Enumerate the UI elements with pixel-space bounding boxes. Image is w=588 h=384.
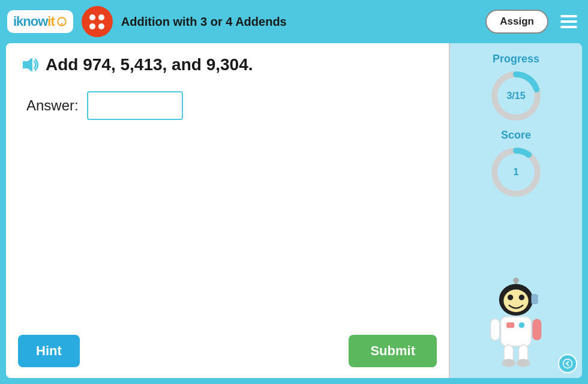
back-button[interactable] — [558, 354, 577, 373]
svg-rect-18 — [532, 319, 541, 341]
sound-icon[interactable] — [20, 55, 40, 74]
answer-input[interactable] — [87, 91, 183, 120]
svg-rect-15 — [506, 322, 514, 328]
progress-value: 3/15 — [506, 91, 525, 101]
back-icon — [562, 358, 573, 369]
svg-rect-14 — [501, 317, 532, 346]
svg-point-22 — [517, 359, 530, 367]
answer-label: Answer: — [26, 97, 79, 114]
main-area: Add 974, 5,413, and 9,304. Answer: Hint … — [6, 43, 582, 378]
logo-dot: it — [47, 14, 54, 29]
dice-icon — [82, 6, 113, 37]
app-header: iknowit Addition with 3 or 4 Addends Ass… — [0, 0, 588, 43]
hint-button[interactable]: Hint — [18, 335, 80, 367]
menu-button[interactable] — [557, 11, 581, 32]
score-label: Score — [501, 129, 531, 142]
svg-point-8 — [513, 278, 518, 283]
svg-point-12 — [519, 295, 524, 300]
stats-panel: Progress 3/15 Score 1 — [450, 43, 582, 378]
svg-point-21 — [502, 359, 515, 367]
logo-bulb-icon — [56, 16, 67, 27]
svg-point-23 — [563, 359, 572, 368]
progress-donut: 3/15 — [489, 69, 543, 123]
progress-label: Progress — [493, 53, 539, 65]
score-donut: 1 — [489, 145, 543, 199]
bottom-buttons: Hint Submit — [18, 335, 437, 367]
answer-row: Answer: — [26, 91, 434, 120]
svg-rect-17 — [491, 319, 500, 341]
question-row: Add 974, 5,413, and 9,304. — [20, 55, 434, 74]
svg-point-16 — [519, 322, 524, 328]
svg-rect-13 — [531, 294, 538, 304]
menu-line-3 — [560, 26, 577, 28]
menu-line-2 — [560, 20, 577, 23]
robot-mascot — [477, 276, 555, 372]
progress-section: Progress 3/15 — [489, 53, 543, 123]
svg-point-11 — [508, 295, 513, 300]
question-panel: Add 974, 5,413, and 9,304. Answer: Hint … — [6, 43, 450, 378]
svg-marker-2 — [23, 58, 32, 72]
lesson-title: Addition with 3 or 4 Addends — [121, 15, 478, 29]
assign-button[interactable]: Assign — [485, 10, 548, 34]
question-text: Add 974, 5,413, and 9,304. — [46, 55, 253, 74]
score-section: Score 1 — [489, 129, 543, 199]
submit-button[interactable]: Submit — [349, 335, 437, 367]
app-logo: iknowit — [7, 10, 73, 33]
menu-line-1 — [560, 15, 577, 17]
score-value: 1 — [514, 167, 519, 178]
